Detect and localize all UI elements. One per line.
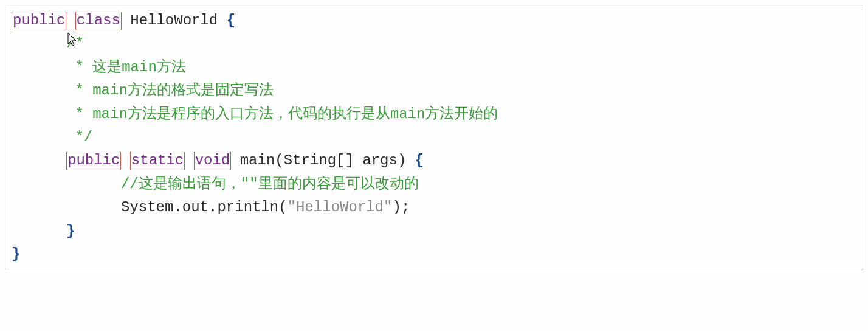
- code-line: * 这是main方法: [12, 56, 856, 79]
- class-name: HelloWorld: [122, 12, 227, 29]
- comment-text: * main方法的格式是固定写法: [66, 82, 274, 99]
- comment-block-end: */: [66, 129, 92, 145]
- code-line: }: [12, 243, 856, 266]
- comment-text: * 这是main方法: [66, 59, 186, 75]
- code-line: }: [12, 220, 856, 243]
- println-call: System.out.println(: [121, 199, 288, 215]
- keyword-static: static: [130, 152, 185, 170]
- line-comment: //这是输出语句，""里面的内容是可以改动的: [121, 176, 419, 192]
- println-end: );: [392, 199, 410, 215]
- close-brace: }: [66, 223, 75, 239]
- keyword-class: class: [75, 12, 122, 30]
- code-editor[interactable]: public class HelloWorld { /* * 这是main方法 …: [5, 5, 863, 270]
- comment-text: * main方法是程序的入口方法，代码的执行是从main方法开始的: [66, 106, 498, 122]
- comment-block-start: /*: [66, 35, 84, 52]
- code-line: public class HelloWorld {: [12, 9, 856, 32]
- string-literal: "HelloWorld": [288, 199, 393, 215]
- code-line: * main方法的格式是固定写法: [12, 79, 856, 102]
- close-brace: }: [12, 246, 20, 262]
- method-signature: main(String[] args): [231, 152, 415, 169]
- code-line: */: [12, 126, 856, 149]
- code-line: //这是输出语句，""里面的内容是可以改动的: [12, 173, 856, 196]
- keyword-public: public: [66, 152, 121, 170]
- open-brace: {: [227, 12, 235, 29]
- keyword-void: void: [194, 152, 232, 170]
- code-line: * main方法是程序的入口方法，代码的执行是从main方法开始的: [12, 103, 856, 126]
- code-line: System.out.println("HelloWorld");: [12, 196, 856, 219]
- open-brace: {: [415, 152, 424, 169]
- code-line: public static void main(String[] args) {: [12, 149, 856, 172]
- keyword-public: public: [12, 12, 66, 30]
- code-line: /*: [12, 32, 856, 55]
